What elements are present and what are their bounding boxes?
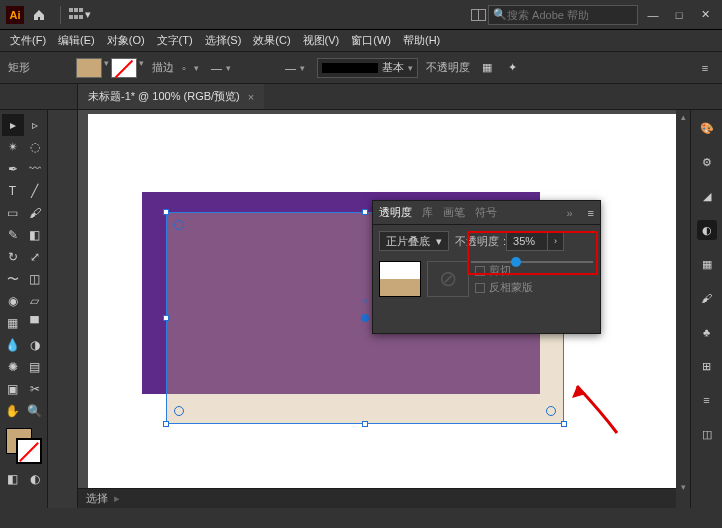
symbol-sprayer-tool[interactable]: ✺ [2,356,24,378]
document-tab[interactable]: 未标题-1* @ 100% (RGB/预览) × [78,84,264,109]
curvature-tool[interactable]: 〰 [24,158,46,180]
graph-tool[interactable]: ▤ [24,356,46,378]
perspective-tool[interactable]: ▱ [24,290,46,312]
menu-effect[interactable]: 效果(C) [249,31,294,50]
stroke-profile[interactable]: —▾ [207,58,235,78]
panel-menu-icon[interactable]: ≡ [696,59,714,77]
invert-mask-checkbox[interactable]: 反相蒙版 [475,280,533,295]
hand-tool[interactable]: ✋ [2,400,24,422]
maximize-button[interactable]: □ [668,4,690,26]
vertical-scrollbar[interactable]: ▴▾ [676,110,690,494]
brushes-panel-icon[interactable]: 🖌 [697,288,717,308]
blend-tool[interactable]: ◑ [24,334,46,356]
work-area: ▸▹ ✴◌ ✒〰 T╱ ▭🖌 ✎◧ ↻⤢ 〜◫ ◉▱ ▦▀ 💧◑ ✺▤ ▣✂ ✋… [0,110,722,508]
chevron-down-icon[interactable]: ▾ [104,58,109,78]
eyedropper-tool[interactable]: 💧 [2,334,24,356]
brush-def[interactable]: —▾ [281,58,309,78]
close-button[interactable]: ✕ [694,4,716,26]
blend-mode-dropdown[interactable]: 正片叠底▾ [379,231,449,251]
menu-bar: 文件(F) 编辑(E) 对象(O) 文字(T) 选择(S) 效果(C) 视图(V… [0,30,722,52]
status-bar: 选择 ▸ [78,488,676,508]
tab-close-icon[interactable]: × [248,91,254,103]
search-icon: 🔍 [493,8,507,21]
app-logo-icon: Ai [6,6,24,24]
home-icon[interactable] [30,6,48,24]
type-tool[interactable]: T [2,180,24,202]
eraser-tool[interactable]: ◧ [24,224,46,246]
panel-gutter [48,110,78,508]
fill-stroke-swatches[interactable]: ▾ ▾ [76,58,144,78]
properties-panel-icon[interactable]: ⚙ [697,152,717,172]
rectangle-tool[interactable]: ▭ [2,202,24,224]
align-panel-icon[interactable]: ≡ [697,390,717,410]
symbols-panel-icon[interactable]: ♣ [697,322,717,342]
shape-builder-tool[interactable]: ◉ [2,290,24,312]
layout-icon[interactable] [472,9,486,21]
selection-tool[interactable]: ▸ [2,114,24,136]
graphic-style[interactable]: 基本▾ [317,58,418,78]
shaper-tool[interactable]: ✎ [2,224,24,246]
fill-swatch[interactable] [76,58,102,78]
stroke-panel-icon[interactable]: ⊞ [697,356,717,376]
transform-icon[interactable]: ✦ [504,59,522,77]
object-thumbnail[interactable] [379,261,421,297]
scale-tool[interactable]: ⤢ [24,246,46,268]
transparency-panel[interactable]: 透明度 库 画笔 符号 » ≡ 正片叠底▾ 不透明度 : 35% › ⊘ 剪切 [372,200,601,334]
slice-tool[interactable]: ✂ [24,378,46,400]
title-bar: Ai ▾ 🔍 — □ ✕ [0,0,722,30]
swatches-panel-icon[interactable]: ▦ [697,254,717,274]
panel-menu-icon[interactable]: ≡ [588,207,594,219]
chevron-down-icon[interactable]: ▾ [194,63,199,73]
menu-help[interactable]: 帮助(H) [399,31,444,50]
artboard-tool[interactable]: ▣ [2,378,24,400]
shape-label: 矩形 [8,60,30,75]
menu-select[interactable]: 选择(S) [201,31,246,50]
chevron-down-icon[interactable]: ▾ [139,58,144,78]
menu-window[interactable]: 窗口(W) [347,31,395,50]
pen-tool[interactable]: ✒ [2,158,24,180]
more-tabs-icon[interactable]: » [566,207,571,219]
menu-file[interactable]: 文件(F) [6,31,50,50]
opacity-label[interactable]: 不透明度 [426,60,470,75]
minimize-button[interactable]: — [642,4,664,26]
color-panel-icon[interactable]: 🎨 [697,118,717,138]
stroke-weight[interactable]: ◦ [182,62,186,74]
gradient-tool[interactable]: ▀ [24,312,46,334]
menu-view[interactable]: 视图(V) [299,31,344,50]
mesh-tool[interactable]: ▦ [2,312,24,334]
arrange-docs-icon[interactable] [67,6,85,24]
search-box[interactable]: 🔍 [488,5,638,25]
chevron-down-icon[interactable]: ▾ [85,8,91,21]
direct-selection-tool[interactable]: ▹ [24,114,46,136]
fill-stroke-control[interactable] [4,426,44,466]
menu-type[interactable]: 文字(T) [153,31,197,50]
line-tool[interactable]: ╱ [24,180,46,202]
transparency-panel-icon[interactable]: ◐ [697,220,717,240]
menu-object[interactable]: 对象(O) [103,31,149,50]
paintbrush-tool[interactable]: 🖌 [24,202,46,224]
right-panel-dock: 🎨 ⚙ ◢ ◐ ▦ 🖌 ♣ ⊞ ≡ ◫ [690,110,722,508]
tab-brushes[interactable]: 画笔 [443,205,465,220]
pathfinder-panel-icon[interactable]: ◫ [697,424,717,444]
zoom-tool[interactable]: 🔍 [24,400,46,422]
color-mode-icon[interactable]: ◧ [2,468,24,490]
draw-mode-icon[interactable]: ◐ [24,468,46,490]
stroke-swatch-none[interactable] [111,58,137,78]
tab-symbols[interactable]: 符号 [475,205,497,220]
align-icon[interactable]: ▦ [478,59,496,77]
gradient-panel-icon[interactable]: ◢ [697,186,717,206]
slider-thumb[interactable] [511,257,521,267]
rotate-tool[interactable]: ↻ [2,246,24,268]
mask-thumbnail[interactable]: ⊘ [427,261,469,297]
magic-wand-tool[interactable]: ✴ [2,136,24,158]
width-tool[interactable]: 〜 [2,268,24,290]
search-input[interactable] [507,9,645,21]
stroke-label[interactable]: 描边 [152,60,174,75]
menu-edit[interactable]: 编辑(E) [54,31,99,50]
panel-tabs: 透明度 库 画笔 符号 » ≡ [373,201,600,225]
tab-transparency[interactable]: 透明度 [379,205,412,220]
lasso-tool[interactable]: ◌ [24,136,46,158]
free-transform-tool[interactable]: ◫ [24,268,46,290]
opacity-slider[interactable] [471,261,593,263]
tab-libraries[interactable]: 库 [422,205,433,220]
